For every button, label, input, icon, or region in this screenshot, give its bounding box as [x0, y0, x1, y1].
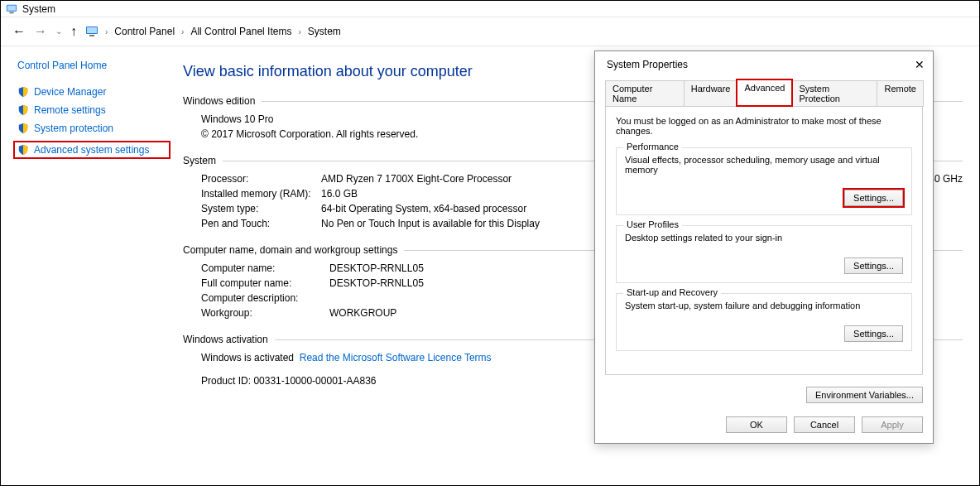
tab-page-advanced: You must be logged on as an Administrato… [605, 105, 923, 375]
settings-button[interactable]: Settings... [844, 190, 903, 206]
breadcrumb[interactable]: › Control Panel › All Control Panel Item… [85, 25, 341, 38]
breadcrumb-item[interactable]: Control Panel [114, 26, 175, 37]
admin-note: You must be logged on as an Administrato… [616, 116, 912, 136]
tab-system-protection[interactable]: System Protection [791, 80, 877, 107]
group-performance: PerformanceVisual effects, processor sch… [616, 147, 912, 215]
sidebar: Control Panel Home Device ManagerRemote … [1, 46, 175, 398]
system-icon [85, 25, 98, 38]
group-user-profiles: User ProfilesDesktop settings related to… [616, 225, 912, 283]
sidebar-link-label: Remote settings [34, 104, 106, 116]
window-title: System [22, 3, 55, 15]
chevron-right-icon: › [181, 27, 184, 36]
settings-button[interactable]: Settings... [844, 325, 903, 342]
system-properties-dialog: System Properties ✕ Computer NameHardwar… [594, 51, 934, 444]
environment-variables-button[interactable]: Environment Variables... [806, 387, 923, 403]
sidebar-link-label: Advanced system settings [34, 144, 149, 156]
sidebar-link-label: Device Manager [34, 86, 106, 98]
tab-computer-name[interactable]: Computer Name [605, 80, 685, 107]
sidebar-link-system-protection[interactable]: System protection [17, 123, 166, 134]
chevron-right-icon: › [105, 27, 108, 36]
sidebar-link-advanced-system-settings[interactable]: Advanced system settings [13, 141, 171, 159]
copyright-text: © 2017 Microsoft Corporation. All rights… [201, 128, 418, 140]
tab-remote[interactable]: Remote [877, 80, 924, 107]
sidebar-link-device-manager[interactable]: Device Manager [17, 86, 166, 98]
up-button[interactable]: ↑ [70, 25, 77, 38]
titlebar: System [1, 1, 979, 17]
control-panel-home-link[interactable]: Control Panel Home [17, 60, 166, 71]
ok-button[interactable]: OK [726, 416, 787, 433]
svg-rect-2 [9, 12, 13, 13]
product-id-value: 00331-10000-00001-AA836 [253, 375, 376, 387]
navbar: ← → ⌄ ↑ › Control Panel › All Control Pa… [1, 17, 979, 46]
back-button[interactable]: ← [12, 25, 26, 38]
licence-terms-link[interactable]: Read the Microsoft Software Licence Term… [300, 352, 492, 363]
close-button[interactable]: ✕ [915, 58, 925, 71]
edition-name: Windows 10 Pro [201, 113, 321, 125]
settings-button[interactable]: Settings... [844, 257, 903, 274]
sidebar-link-remote-settings[interactable]: Remote settings [17, 104, 166, 116]
group-start-up-and-recovery: Start-up and RecoverySystem start-up, sy… [616, 293, 912, 351]
tab-advanced[interactable]: Advanced [737, 79, 792, 106]
forward-button: → [34, 25, 47, 38]
tab-hardware[interactable]: Hardware [684, 80, 738, 107]
chevron-right-icon: › [298, 27, 300, 36]
recent-dropdown[interactable]: ⌄ [55, 27, 62, 36]
dialog-title: System Properties [607, 59, 688, 70]
sidebar-link-label: System protection [34, 123, 113, 134]
cancel-button[interactable]: Cancel [794, 416, 855, 433]
dialog-tabs: Computer NameHardwareAdvancedSystem Prot… [595, 79, 933, 106]
apply-button: Apply [862, 416, 923, 433]
activation-status: Windows is activated [201, 352, 294, 363]
breadcrumb-item[interactable]: System [308, 26, 341, 37]
product-id-label: Product ID: [201, 375, 251, 387]
svg-rect-5 [89, 35, 94, 36]
svg-rect-4 [87, 27, 97, 33]
svg-rect-1 [7, 5, 17, 10]
breadcrumb-item[interactable]: All Control Panel Items [190, 26, 291, 37]
system-icon [6, 3, 17, 15]
